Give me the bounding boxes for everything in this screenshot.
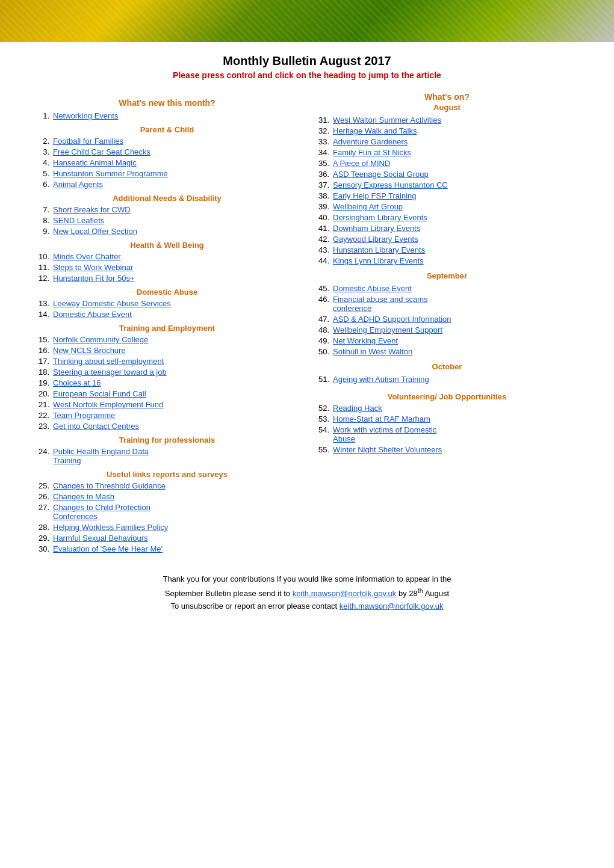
european-social-fund-link[interactable]: European Social Fund Call bbox=[53, 389, 146, 398]
choices-at-16-link[interactable]: Choices at 16 bbox=[53, 378, 101, 387]
asd-adhd-link[interactable]: ASD & ADHD Support Information bbox=[333, 315, 451, 324]
list-item: 42.Gaywood Library Events bbox=[316, 235, 578, 244]
team-programme-link[interactable]: Team Programme bbox=[53, 411, 115, 420]
harmful-sexual-link[interactable]: Harmful Sexual Behaviours bbox=[53, 534, 148, 543]
reading-hack-link[interactable]: Reading Hack bbox=[333, 404, 382, 413]
self-employment-link[interactable]: Thinking about self-employment bbox=[53, 357, 164, 366]
footer-email2[interactable]: keith.mawson@norfolk.gov.uk bbox=[340, 602, 444, 611]
list-item: 31.West Walton Summer Activities bbox=[316, 115, 578, 125]
domestic-abuse-event-sep-link[interactable]: Domestic Abuse Event bbox=[333, 284, 412, 293]
list-item: 11.Steps to Work Webinar bbox=[36, 263, 298, 272]
list-item: 20.European Social Fund Call bbox=[36, 389, 298, 398]
list-item: 44.Kings Lynn Library Events bbox=[316, 256, 578, 265]
list-item: 33.Adventure Gardeners bbox=[316, 137, 578, 146]
workless-families-link[interactable]: Helping Workless Families Policy bbox=[53, 523, 168, 532]
kings-lynn-library-link[interactable]: Kings Lynn Library Events bbox=[333, 256, 424, 265]
local-offer-link[interactable]: New Local Offer Section bbox=[53, 227, 137, 236]
list-item: 39.Wellbeing Art Group bbox=[316, 202, 578, 211]
dersingham-library-link[interactable]: Dersingham Library Events bbox=[333, 213, 427, 222]
winter-night-shelter-link[interactable]: Winter Night Shelter Volunteers bbox=[333, 445, 442, 454]
list-item: 25.Changes to Threshold Guidance bbox=[36, 481, 298, 490]
hunstanton-summer-link[interactable]: Hunstanton Summer Programme bbox=[53, 169, 168, 178]
list-item: 8.SEND Leaflets bbox=[36, 216, 298, 225]
october-heading: October bbox=[316, 362, 578, 371]
list-item: 9.New Local Offer Section bbox=[36, 227, 298, 236]
net-working-link[interactable]: Net Working Event bbox=[333, 336, 398, 345]
list-item: 27.Changes to Child Protection Conferenc… bbox=[36, 503, 298, 521]
steps-to-work-link[interactable]: Steps to Work Webinar bbox=[53, 263, 133, 272]
football-families-link[interactable]: Football for Families bbox=[53, 137, 123, 146]
family-fun-link[interactable]: Family Fun at St Nicks bbox=[333, 148, 411, 157]
financial-abuse-link[interactable]: Financial abuse and scams conference bbox=[333, 295, 428, 313]
whats-new-heading: What's new this month? bbox=[36, 98, 298, 108]
gaywood-library-link[interactable]: Gaywood Library Events bbox=[333, 235, 418, 244]
networking-events-link[interactable]: Networking Events bbox=[53, 111, 118, 120]
threshold-guidance-link[interactable]: Changes to Threshold Guidance bbox=[53, 481, 166, 490]
new-ncls-link[interactable]: New NCLS Brochure bbox=[53, 346, 126, 355]
hunstanton-library-link[interactable]: Hunstanton Library Events bbox=[333, 245, 425, 254]
list-item: 35.A Piece of MIND bbox=[316, 159, 578, 168]
list-item: 47.ASD & ADHD Support Information bbox=[316, 315, 578, 324]
west-walton-link[interactable]: West Walton Summer Activities bbox=[333, 115, 441, 125]
list-item: 38.Early Help FSP Training bbox=[316, 191, 578, 200]
list-item: 34.Family Fun at St Nicks bbox=[316, 148, 578, 157]
list-item: 30.Evaluation of 'See Me Hear Me' bbox=[36, 544, 298, 553]
wellbeing-employment-link[interactable]: Wellbeing Employment Support bbox=[333, 325, 442, 334]
list-item: 10.Minds Over Chatter bbox=[36, 252, 298, 261]
adventure-gardeners-link[interactable]: Adventure Gardeners bbox=[333, 137, 408, 146]
health-wellbeing-heading: Health & Well Being bbox=[36, 241, 298, 250]
list-item: 14.Domestic Abuse Event bbox=[36, 310, 298, 319]
august-heading: August bbox=[316, 103, 578, 112]
asd-teenage-link[interactable]: ASD Teenage Social Group bbox=[333, 170, 429, 179]
hunstanton-fit-link[interactable]: Hunstanton Fit for 50s+ bbox=[53, 274, 135, 283]
minds-over-chatter-link[interactable]: Minds Over Chatter bbox=[53, 252, 121, 261]
list-item: 18.Steering a teenager toward a job bbox=[36, 368, 298, 377]
list-item: 53.Home-Start at RAF Marham bbox=[316, 414, 578, 423]
changes-mash-link[interactable]: Changes to Mash bbox=[53, 492, 114, 501]
animal-agents-link[interactable]: Animal Agents bbox=[53, 180, 103, 189]
contact-centres-link[interactable]: Get into Contact Centres bbox=[53, 422, 139, 431]
list-item: 7.Short Breaks for CWD bbox=[36, 205, 298, 214]
see-me-hear-me-link[interactable]: Evaluation of 'See Me Hear Me' bbox=[53, 544, 163, 553]
domestic-abuse-heading: Domestic Abuse bbox=[36, 288, 298, 297]
footer-email1[interactable]: keith.mawson@norfolk.gov.uk bbox=[293, 589, 397, 598]
list-item: 5.Hunstanton Summer Programme bbox=[36, 169, 298, 178]
list-item: 51.Ageing with Autism Training bbox=[316, 375, 578, 384]
early-help-fsp-link[interactable]: Early Help FSP Training bbox=[333, 191, 417, 200]
short-breaks-link[interactable]: Short Breaks for CWD bbox=[53, 205, 131, 214]
list-item: 21.West Norfolk Employment Fund bbox=[36, 400, 298, 409]
work-victims-link[interactable]: Work with victims of Domestic Abuse bbox=[333, 425, 436, 443]
list-item: 55.Winter Night Shelter Volunteers bbox=[316, 445, 578, 454]
steering-teenager-link[interactable]: Steering a teenager toward a job bbox=[53, 368, 167, 377]
sensory-express-link[interactable]: Sensory Express Hunstanton CC bbox=[333, 180, 448, 189]
list-item: 23.Get into Contact Centres bbox=[36, 422, 298, 431]
list-item: 6.Animal Agents bbox=[36, 180, 298, 189]
leeway-link[interactable]: Leeway Domestic Abuse Services bbox=[53, 299, 171, 308]
footer: Thank you for your contributions If you … bbox=[36, 573, 578, 613]
wellbeing-art-link[interactable]: Wellbeing Art Group bbox=[333, 202, 403, 211]
child-protection-link[interactable]: Changes to Child Protection Conferences bbox=[53, 503, 150, 521]
car-seat-checks-link[interactable]: Free Child Car Seat Checks bbox=[53, 147, 150, 156]
list-item: 46.Financial abuse and scams conference bbox=[316, 295, 578, 313]
left-column: What's new this month? 1. Networking Eve… bbox=[36, 92, 298, 555]
list-item: 32.Heritage Walk and Talks bbox=[316, 126, 578, 135]
list-item: 3.Free Child Car Seat Checks bbox=[36, 147, 298, 156]
domestic-abuse-event-link[interactable]: Domestic Abuse Event bbox=[53, 310, 132, 319]
list-item: 48.Wellbeing Employment Support bbox=[316, 325, 578, 334]
public-health-training-link[interactable]: Public Health England Data Training bbox=[53, 447, 149, 465]
downham-library-link[interactable]: Downham Library Events bbox=[333, 224, 420, 233]
list-item: 41.Downham Library Events bbox=[316, 224, 578, 233]
west-norfolk-employment-link[interactable]: West Norfolk Employment Fund bbox=[53, 400, 163, 409]
hanseatic-animal-link[interactable]: Hanseatic Animal Magic bbox=[53, 158, 137, 167]
list-item: 1. Networking Events bbox=[36, 111, 298, 120]
header-banner bbox=[0, 0, 614, 42]
piece-of-mind-link[interactable]: A Piece of MIND bbox=[333, 159, 390, 168]
send-leaflets-link[interactable]: SEND Leaflets bbox=[53, 216, 104, 225]
home-start-link[interactable]: Home-Start at RAF Marham bbox=[333, 414, 430, 423]
ageing-autism-link[interactable]: Ageing with Autism Training bbox=[333, 375, 429, 384]
heritage-walk-link[interactable]: Heritage Walk and Talks bbox=[333, 126, 417, 135]
norfolk-community-college-link[interactable]: Norfolk Community College bbox=[53, 335, 148, 344]
list-item: 28.Helping Workless Families Policy bbox=[36, 523, 298, 532]
list-item: 54.Work with victims of Domestic Abuse bbox=[316, 425, 578, 443]
solihull-west-walton-link[interactable]: Solihull in West Walton bbox=[333, 347, 412, 356]
